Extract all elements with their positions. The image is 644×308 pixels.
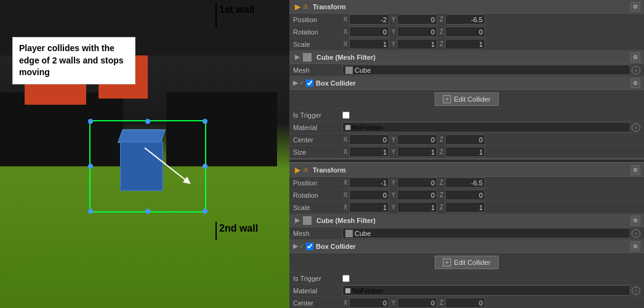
edit-collider-row-top: Edit Collider bbox=[289, 90, 644, 109]
mesh-controls: ⚙ bbox=[630, 52, 640, 62]
size-x-input-top[interactable] bbox=[349, 147, 389, 157]
position-y-input[interactable] bbox=[397, 14, 437, 25]
center-label-top: Center bbox=[293, 136, 342, 144]
mesh-arrow-icon: ▶ bbox=[293, 53, 302, 62]
scale-z-group: Z bbox=[438, 39, 485, 49]
center-fields-bottom: X Y Z bbox=[342, 298, 640, 308]
is-trigger-checkbox-top[interactable] bbox=[342, 111, 350, 119]
collider-title-top: Box Collider bbox=[316, 79, 630, 87]
material-value-bottom: NoFriction bbox=[342, 285, 630, 296]
center-y-input-top[interactable] bbox=[397, 134, 437, 145]
size-y-group-top: Y bbox=[390, 147, 437, 157]
center-x-input-top[interactable] bbox=[349, 134, 389, 145]
collider-dot bbox=[203, 209, 207, 214]
scale-z-input[interactable] bbox=[445, 39, 485, 49]
collider-dot bbox=[203, 119, 207, 124]
rotation-x-input[interactable] bbox=[349, 26, 389, 37]
mesh-icon-bottom bbox=[303, 216, 312, 225]
position-z-input[interactable] bbox=[445, 14, 485, 25]
collider-enabled-checkbox-bottom[interactable] bbox=[306, 243, 313, 250]
scale-y-input-bottom[interactable] bbox=[397, 202, 437, 213]
label-1st-wall-container: 1st wall bbox=[215, 3, 255, 28]
collider-dot bbox=[88, 164, 93, 169]
scale-fields-bottom: X Y Z bbox=[342, 202, 640, 213]
collider-controls: ⚙ bbox=[630, 78, 640, 88]
transform-header-bottom: ▶ ⚠ Transform ⚙ bbox=[289, 163, 644, 177]
collider-settings-btn[interactable]: ⚙ bbox=[630, 78, 640, 88]
position-fields: X Y Z bbox=[342, 14, 640, 25]
rotation-fields: X Y Z bbox=[342, 26, 640, 37]
cube-icon bbox=[345, 67, 353, 74]
edit-collider-btn-bottom[interactable]: Edit Collider bbox=[435, 256, 498, 269]
size-z-group-top: Z bbox=[438, 147, 485, 157]
material-select-btn-top[interactable]: ○ bbox=[632, 123, 640, 132]
position-z-group: Z bbox=[438, 14, 485, 25]
center-z-input-top[interactable] bbox=[445, 134, 485, 145]
edit-collider-btn-top[interactable]: Edit Collider bbox=[435, 92, 498, 106]
position-z-input-bottom[interactable] bbox=[445, 177, 485, 188]
collider-dot bbox=[88, 209, 93, 214]
scale-x-input-bottom[interactable] bbox=[349, 202, 389, 213]
scale-y-group: Y bbox=[390, 39, 437, 49]
svg-line-1 bbox=[145, 148, 188, 182]
collider-enabled-checkbox[interactable] bbox=[306, 79, 313, 87]
rotation-z-input[interactable] bbox=[445, 26, 485, 37]
transform-title-bottom: Transform bbox=[313, 166, 630, 174]
mesh-settings-btn[interactable]: ⚙ bbox=[630, 52, 640, 62]
rotation-label-top: Rotation bbox=[293, 28, 342, 36]
material-dot-top bbox=[345, 125, 350, 130]
material-dot-bottom bbox=[345, 288, 350, 293]
rotation-row-top: Rotation X Y Z bbox=[289, 26, 644, 38]
mesh-icon bbox=[303, 53, 312, 62]
is-trigger-checkbox-bottom[interactable] bbox=[342, 275, 350, 282]
size-x-group-top: X bbox=[342, 147, 389, 157]
rotation-y-input-bottom[interactable] bbox=[397, 190, 437, 200]
position-x-input-bottom[interactable] bbox=[349, 177, 389, 188]
mesh-select-btn-bottom[interactable]: ○ bbox=[632, 229, 640, 238]
mesh-text-bottom: Cube bbox=[355, 230, 371, 237]
mesh-controls-bottom: ⚙ bbox=[630, 216, 640, 225]
collider-arrow-icon-bottom: ▶ bbox=[293, 242, 298, 250]
speech-text: Player collides with the edge of 2 walls… bbox=[19, 43, 124, 77]
center-z-group-top: Z bbox=[438, 134, 485, 145]
rotation-row-bottom: Rotation X Y Z bbox=[289, 189, 644, 201]
scale-y-input[interactable] bbox=[397, 39, 437, 49]
size-fields-top: X Y Z bbox=[342, 147, 640, 157]
section-divider bbox=[289, 158, 644, 163]
mesh-select-btn[interactable]: ○ bbox=[632, 66, 640, 75]
position-x-input[interactable] bbox=[349, 14, 389, 25]
mesh-filter-title-bottom: Cube (Mesh Filter) bbox=[316, 217, 630, 224]
center-z-input-bottom[interactable] bbox=[445, 298, 485, 308]
is-trigger-row-bottom: Is Trigger bbox=[289, 272, 644, 285]
warning-icon-bottom: ⚠ bbox=[303, 166, 308, 173]
rotation-y-input[interactable] bbox=[397, 26, 437, 37]
material-select-btn-bottom[interactable]: ○ bbox=[632, 286, 640, 295]
grid-floor bbox=[0, 251, 289, 290]
edit-collider-row-bottom: Edit Collider bbox=[289, 253, 644, 272]
mesh-filter-header-top: ▶ Cube (Mesh Filter) ⚙ bbox=[289, 51, 644, 64]
settings-btn-bottom[interactable]: ⚙ bbox=[630, 165, 640, 175]
settings-btn[interactable]: ⚙ bbox=[630, 2, 640, 12]
scale-x-input[interactable] bbox=[349, 39, 389, 49]
collider-dot bbox=[203, 164, 207, 169]
position-x-group: X bbox=[342, 14, 389, 25]
center-row-top: Center X Y Z bbox=[289, 134, 644, 146]
size-z-input-top[interactable] bbox=[445, 147, 485, 157]
rotation-x-input-bottom[interactable] bbox=[349, 190, 389, 200]
edit-collider-label-bottom: Edit Collider bbox=[454, 259, 490, 266]
center-y-input-bottom[interactable] bbox=[397, 298, 437, 308]
mesh-text: Cube bbox=[355, 67, 371, 74]
position-y-input-bottom[interactable] bbox=[397, 177, 437, 188]
mesh-arrow-icon-bottom: ▶ bbox=[293, 216, 302, 225]
center-x-input-bottom[interactable] bbox=[349, 298, 389, 308]
size-y-input-top[interactable] bbox=[397, 147, 437, 157]
position-label-bottom: Position bbox=[293, 179, 342, 187]
mesh-filter-title: Cube (Mesh Filter) bbox=[316, 54, 630, 61]
scale-z-input-bottom[interactable] bbox=[445, 202, 485, 213]
collider-arrow-icon: ▶ bbox=[293, 79, 298, 87]
collider-header-bottom: ▶ ✓ Box Collider ⚙ bbox=[289, 240, 644, 253]
collider-settings-btn-bottom[interactable]: ⚙ bbox=[630, 241, 640, 251]
rotation-z-input-bottom[interactable] bbox=[445, 190, 485, 200]
label-1st-wall: 1st wall bbox=[219, 4, 255, 15]
mesh-settings-btn-bottom[interactable]: ⚙ bbox=[630, 216, 640, 225]
